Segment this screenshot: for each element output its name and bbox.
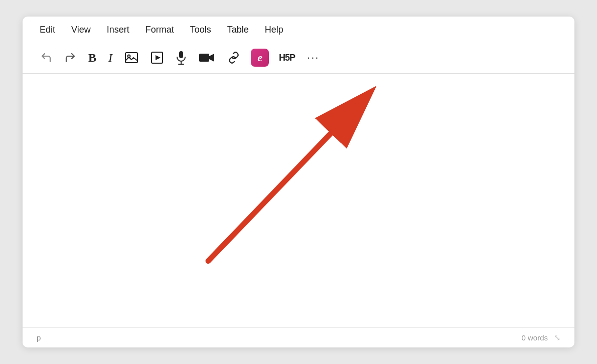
ecampus-button[interactable]: e: [249, 47, 270, 68]
video-button[interactable]: [195, 49, 218, 67]
svg-rect-0: [125, 53, 137, 63]
menu-insert[interactable]: Insert: [106, 23, 130, 37]
redo-icon: [64, 52, 76, 64]
menu-format[interactable]: Format: [144, 23, 175, 37]
image-icon: [124, 52, 138, 64]
svg-rect-4: [179, 51, 183, 58]
more-button[interactable]: ···: [304, 48, 323, 67]
h5p-button[interactable]: H5P: [275, 50, 298, 66]
toolbar: B I: [23, 42, 574, 74]
menu-edit[interactable]: Edit: [39, 23, 56, 37]
undo-button[interactable]: [37, 49, 56, 67]
bold-button[interactable]: B: [85, 48, 100, 68]
paragraph-indicator: p: [37, 333, 41, 342]
italic-button[interactable]: I: [105, 48, 116, 68]
mic-button[interactable]: [172, 48, 190, 68]
italic-icon: I: [108, 51, 112, 65]
word-count: 0 words: [521, 333, 548, 342]
menu-bar: Edit View Insert Format Tools Table Help: [23, 17, 574, 42]
video-icon: [199, 52, 215, 64]
menu-view[interactable]: View: [70, 23, 92, 37]
link-button[interactable]: [223, 49, 244, 67]
resize-icon[interactable]: ⤡: [554, 333, 560, 342]
bold-icon: B: [88, 51, 96, 65]
svg-marker-3: [156, 55, 161, 60]
menu-help[interactable]: Help: [264, 23, 284, 37]
status-bar: p 0 words ⤡: [23, 327, 574, 347]
media-button[interactable]: [147, 48, 167, 67]
mic-icon: [176, 51, 187, 65]
play-icon: [151, 51, 164, 64]
image-button[interactable]: [121, 49, 142, 67]
h5p-icon: H5P: [279, 53, 295, 63]
menu-table[interactable]: Table: [226, 23, 250, 37]
menu-tools[interactable]: Tools: [189, 23, 212, 37]
undo-icon: [40, 52, 52, 64]
ecampus-icon: e: [251, 49, 269, 67]
editor-container: Edit View Insert Format Tools Table Help…: [23, 17, 574, 347]
editor-body[interactable]: [23, 74, 574, 327]
more-icon: ···: [307, 51, 319, 64]
arrow-annotation: [23, 74, 574, 327]
link-icon: [227, 52, 241, 64]
svg-rect-7: [199, 54, 209, 62]
redo-button[interactable]: [61, 49, 80, 67]
svg-line-10: [208, 110, 354, 261]
svg-marker-8: [209, 54, 214, 62]
